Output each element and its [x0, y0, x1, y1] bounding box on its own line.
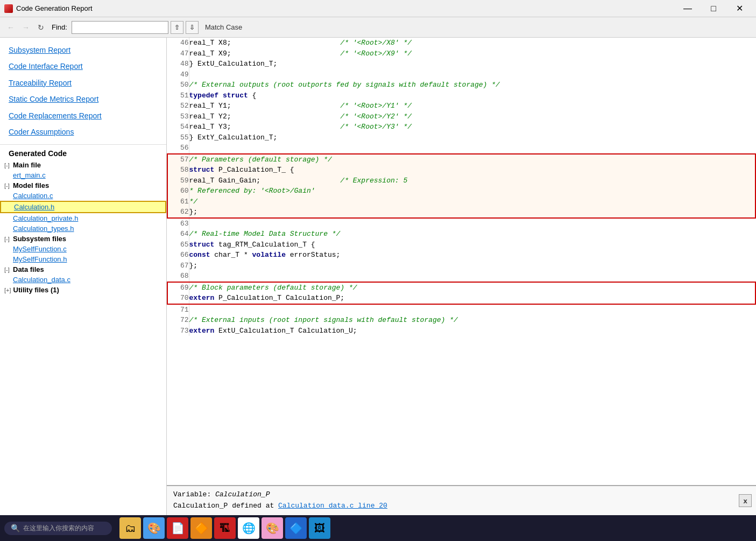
sidebar-tree: Generated Code [-] Main file ert_main.c …: [0, 145, 166, 299]
close-button[interactable]: ✕: [727, 1, 752, 17]
bottom-close-button[interactable]: x: [739, 494, 752, 507]
line-number: 63: [167, 218, 189, 229]
table-row: 50/* External outputs (root outports fed…: [167, 80, 755, 90]
file-ert-main[interactable]: ert_main.c: [0, 170, 166, 180]
line-number: 48: [167, 59, 189, 69]
model-files-header[interactable]: [-] Model files: [0, 180, 166, 191]
table-row: 59 real_T Gain_Gain; /* Expression: 5: [167, 175, 755, 186]
model-files-label: Model files: [13, 181, 49, 189]
table-row: 71: [167, 304, 755, 315]
collapse-utility-icon: [+]: [4, 287, 11, 293]
definition-line: Calculation_P defined at Calculation_dat…: [173, 501, 387, 512]
code-view: 46 real_T X8; /* '<Root>/X8' */47 real_T…: [167, 38, 756, 515]
line-code: real_T Gain_Gain; /* Expression: 5: [189, 175, 755, 186]
line-code: * Referenced by: '<Root>/Gain': [189, 186, 755, 196]
table-row: 61 */: [167, 196, 755, 207]
line-number: 65: [167, 240, 189, 250]
find-down-button[interactable]: ⇩: [186, 21, 199, 34]
data-files-label: Data files: [13, 265, 44, 273]
definition-link[interactable]: Calculation_data.c line 20: [278, 502, 387, 510]
sidebar-nav: Subsystem Report Code Interface Report T…: [0, 38, 166, 145]
sidebar-link-coder-assumptions[interactable]: Coder Assumptions: [0, 124, 166, 140]
file-calculation-private-h[interactable]: Calculation_private.h: [0, 213, 166, 223]
line-number: 52: [167, 101, 189, 111]
variable-label: Variable:: [173, 490, 215, 498]
generated-code-title: Generated Code: [0, 145, 166, 160]
sidebar: Subsystem Report Code Interface Report T…: [0, 38, 167, 515]
main-file-header[interactable]: [-] Main file: [0, 160, 166, 170]
subsystem-files-header[interactable]: [-] Subsystem files: [0, 234, 166, 244]
main-content: Subsystem Report Code Interface Report T…: [0, 38, 756, 515]
sidebar-link-code-interface[interactable]: Code Interface Report: [0, 58, 166, 74]
line-code: /* Real-time Model Data Structure */: [189, 229, 755, 240]
line-number: 60: [167, 186, 189, 196]
taskbar-app-paint[interactable]: 🎨: [143, 517, 165, 539]
calculation-private-h-label: Calculation_private.h: [13, 214, 78, 222]
table-row: 65struct tag_RTM_Calculation_T {: [167, 240, 755, 250]
table-row: 49: [167, 69, 755, 80]
table-row: 57/* Parameters (default storage) */: [167, 154, 755, 165]
line-number: 58: [167, 165, 189, 175]
taskbar-app-build[interactable]: 🏗: [214, 517, 236, 539]
find-input[interactable]: [72, 21, 168, 34]
line-number: 57: [167, 154, 189, 165]
table-row: 55} ExtY_Calculation_T;: [167, 132, 755, 143]
refresh-button[interactable]: ↻: [34, 21, 47, 34]
taskbar-search[interactable]: 🔍 在这里输入你搜索的内容: [4, 522, 112, 535]
toolbar: ← → ↻ Find: ⇧ ⇩ Match Case: [0, 17, 756, 38]
taskbar-app-photos[interactable]: 🖼: [309, 517, 330, 539]
taskbar-app-matlab[interactable]: 🔶: [190, 517, 212, 539]
table-row: 72/* External inputs (root inport signal…: [167, 315, 755, 326]
taskbar-app-chrome[interactable]: 🌐: [238, 517, 259, 539]
minimize-button[interactable]: —: [675, 1, 700, 17]
table-row: 51typedef struct {: [167, 90, 755, 101]
calculation-types-h-label: Calculation_types.h: [13, 224, 74, 233]
app-icon: [4, 4, 13, 13]
file-calculation-data-c[interactable]: Calculation_data.c: [0, 275, 166, 285]
line-number: 47: [167, 48, 189, 59]
line-code: /* Block parameters (default storage) */: [189, 282, 755, 293]
find-up-button[interactable]: ⇧: [171, 21, 183, 34]
maximize-button[interactable]: □: [701, 1, 726, 17]
sidebar-link-static-code[interactable]: Static Code Metrics Report: [0, 91, 166, 107]
main-file-label: Main file: [13, 161, 41, 169]
line-number: 67: [167, 261, 189, 271]
table-row: 47 real_T X9; /* '<Root>/X9' */: [167, 48, 755, 59]
taskbar-app-files[interactable]: 🗂: [119, 517, 141, 539]
line-code: [189, 143, 755, 154]
subsystem-files-label: Subsystem files: [13, 235, 66, 243]
line-code: [189, 69, 755, 80]
file-myselffunc-h[interactable]: MySelfFunction.h: [0, 254, 166, 264]
sidebar-link-subsystem[interactable]: Subsystem Report: [0, 42, 166, 58]
file-myselffunc-c[interactable]: MySelfFunction.c: [0, 244, 166, 254]
data-files-header[interactable]: [-] Data files: [0, 264, 166, 275]
utility-files-header[interactable]: [+] Utility files (1): [0, 285, 166, 295]
variable-line: Variable: Calculation_P: [173, 489, 387, 501]
forward-button[interactable]: →: [19, 21, 32, 34]
sidebar-link-code-replacements[interactable]: Code Replacements Report: [0, 108, 166, 124]
title-bar: Code Generation Report — □ ✕: [0, 0, 756, 17]
file-calculation-c[interactable]: Calculation.c: [0, 191, 166, 201]
line-code: } ExtU_Calculation_T;: [189, 59, 755, 69]
taskbar-app-art[interactable]: 🎨: [262, 517, 283, 539]
table-row: 54 real_T Y3; /* '<Root>/Y3' */: [167, 122, 755, 132]
line-code: /* Parameters (default storage) */: [189, 154, 755, 165]
line-code: [189, 218, 755, 229]
taskbar-app-pdf[interactable]: 📄: [167, 517, 188, 539]
table-row: 58struct P_Calculation_T_ {: [167, 165, 755, 175]
back-button[interactable]: ←: [4, 21, 17, 34]
line-number: 64: [167, 229, 189, 240]
line-number: 70: [167, 293, 189, 304]
variable-name: Calculation_P: [215, 490, 270, 498]
file-calculation-types-h[interactable]: Calculation_types.h: [0, 223, 166, 234]
file-calculation-h[interactable]: Calculation.h: [0, 201, 166, 213]
line-code: real_T X8; /* '<Root>/X8' */: [189, 38, 755, 48]
code-area[interactable]: 46 real_T X8; /* '<Root>/X8' */47 real_T…: [167, 38, 756, 485]
line-number: 59: [167, 175, 189, 186]
taskbar-app-arrow[interactable]: 🔷: [285, 517, 307, 539]
table-row: 70extern P_Calculation_T Calculation_P;: [167, 293, 755, 304]
table-row: 69/* Block parameters (default storage) …: [167, 282, 755, 293]
line-code: typedef struct {: [189, 90, 755, 101]
sidebar-link-traceability[interactable]: Traceability Report: [0, 75, 166, 91]
taskbar: 🔍 在这里输入你搜索的内容 🗂 🎨 📄 🔶 🏗 🌐 🎨 🔷 🖼: [0, 515, 756, 541]
